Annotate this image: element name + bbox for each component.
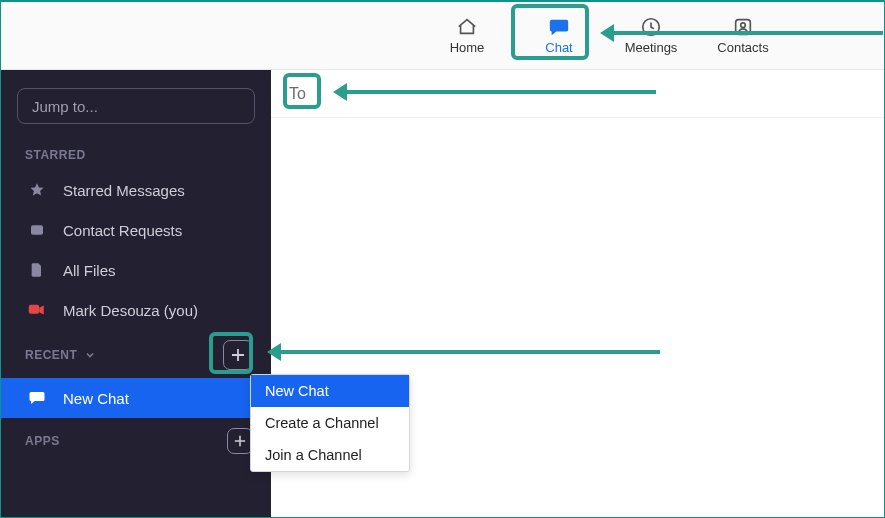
- sidebar: STARRED Starred Messages Contact Request…: [1, 70, 271, 517]
- sidebar-item-contact-requests[interactable]: Contact Requests: [1, 210, 271, 250]
- sidebar-item-label: All Files: [63, 262, 116, 279]
- recent-context-menu: New Chat Create a Channel Join a Channel: [250, 374, 410, 472]
- nav-home-label: Home: [450, 40, 485, 55]
- person-card-icon: [27, 220, 47, 240]
- chevron-down-icon[interactable]: [85, 350, 95, 360]
- annotation-arrow-to: [336, 90, 656, 94]
- home-icon: [456, 16, 478, 38]
- star-icon: [27, 180, 47, 200]
- annotation-arrow-chat: [603, 31, 883, 35]
- sidebar-item-label: Mark Desouza (you): [63, 302, 198, 319]
- sidebar-item-new-chat[interactable]: New Chat: [1, 378, 271, 418]
- nav-chat-label: Chat: [545, 40, 572, 55]
- app-window: Home Chat Meetings Contacts: [0, 0, 885, 518]
- starred-header: STARRED: [1, 138, 271, 170]
- sidebar-item-label: Contact Requests: [63, 222, 182, 239]
- menu-item-create-channel[interactable]: Create a Channel: [251, 407, 409, 439]
- svg-rect-4: [29, 305, 40, 314]
- apps-header-label: APPS: [25, 434, 60, 448]
- nav-meetings[interactable]: Meetings: [605, 2, 697, 69]
- chat-icon: [548, 16, 570, 38]
- starred-header-label: STARRED: [25, 148, 86, 162]
- nav-contacts-label: Contacts: [717, 40, 768, 55]
- menu-item-new-chat[interactable]: New Chat: [251, 375, 409, 407]
- svg-point-2: [741, 23, 746, 28]
- top-nav: Home Chat Meetings Contacts: [1, 2, 884, 70]
- to-label: To: [289, 85, 306, 103]
- chat-bubble-icon: [27, 388, 47, 408]
- file-icon: [27, 260, 47, 280]
- add-recent-button[interactable]: [223, 340, 253, 370]
- jump-to-container: [17, 88, 255, 124]
- sidebar-item-label: Starred Messages: [63, 182, 185, 199]
- annotation-arrow-add-recent: [270, 350, 660, 354]
- svg-rect-3: [31, 225, 43, 234]
- camera-icon: [27, 300, 47, 320]
- sidebar-item-starred-messages[interactable]: Starred Messages: [1, 170, 271, 210]
- recent-header-label: RECENT: [25, 348, 77, 362]
- jump-to-input[interactable]: [17, 88, 255, 124]
- nav-contacts[interactable]: Contacts: [697, 2, 789, 69]
- body: STARRED Starred Messages Contact Request…: [1, 70, 884, 517]
- sidebar-item-self-user[interactable]: Mark Desouza (you): [1, 290, 271, 330]
- menu-item-join-channel[interactable]: Join a Channel: [251, 439, 409, 471]
- apps-header: APPS: [1, 418, 271, 462]
- compose-to-row[interactable]: To: [271, 70, 884, 118]
- sidebar-item-label: New Chat: [63, 390, 129, 407]
- nav-meetings-label: Meetings: [625, 40, 678, 55]
- nav-home[interactable]: Home: [421, 2, 513, 69]
- sidebar-item-all-files[interactable]: All Files: [1, 250, 271, 290]
- recent-header: RECENT: [1, 330, 271, 378]
